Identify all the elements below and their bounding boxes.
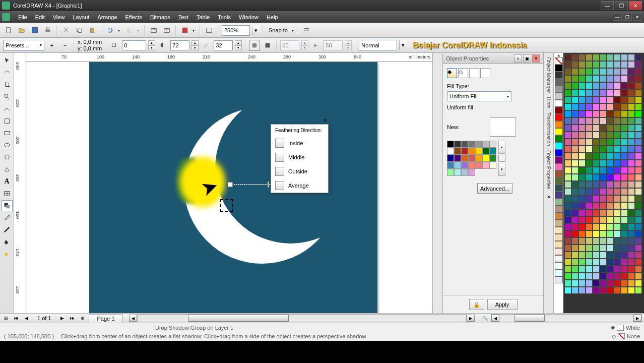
big-palette-swatch[interactable] (571, 223, 578, 230)
feather-input[interactable]: 32 (214, 40, 233, 50)
big-palette-swatch[interactable] (600, 216, 607, 223)
big-palette-swatch[interactable] (571, 89, 578, 96)
big-palette-swatch[interactable] (600, 188, 607, 195)
big-palette-swatch[interactable] (621, 103, 628, 110)
big-palette-swatch[interactable] (614, 195, 621, 202)
big-palette-swatch[interactable] (635, 237, 642, 245)
shape-tool[interactable] (2, 67, 13, 78)
big-palette-swatch[interactable] (564, 125, 571, 132)
big-palette-swatch[interactable] (586, 188, 593, 195)
big-palette-swatch[interactable] (593, 280, 600, 287)
big-palette-swatch[interactable] (628, 230, 635, 237)
color-swatch[interactable] (454, 141, 461, 148)
big-palette-swatch[interactable] (607, 61, 614, 68)
big-palette-swatch[interactable] (600, 125, 607, 132)
big-palette-swatch[interactable] (571, 132, 578, 139)
big-palette-swatch[interactable] (586, 167, 593, 174)
color-swatch[interactable] (461, 162, 468, 169)
palette-swatch[interactable] (555, 142, 563, 149)
palette-swatch[interactable] (555, 121, 563, 128)
big-palette-swatch[interactable] (593, 209, 600, 216)
color-swatch[interactable] (489, 155, 496, 162)
big-palette-swatch[interactable] (564, 61, 571, 68)
first-page-button[interactable]: ⏮ (12, 315, 20, 322)
big-palette-swatch[interactable] (600, 181, 607, 188)
big-palette-swatch[interactable] (635, 61, 642, 68)
menu-table[interactable]: Table (192, 13, 214, 22)
big-palette-swatch[interactable] (571, 139, 578, 146)
mdi-close-button[interactable]: ✕ (633, 14, 642, 21)
big-palette-swatch[interactable] (635, 68, 642, 75)
big-palette-swatch[interactable] (607, 195, 614, 202)
big-palette-swatch[interactable] (614, 202, 621, 209)
freehand-tool[interactable] (2, 103, 13, 114)
presets-dropdown[interactable]: Presets...▾ (3, 40, 44, 51)
fill-swatch[interactable] (617, 325, 624, 331)
big-palette-swatch[interactable] (586, 96, 593, 103)
big-palette-swatch[interactable] (614, 153, 621, 160)
page-tab[interactable]: Page 1 (89, 314, 123, 323)
big-palette-swatch[interactable] (593, 195, 600, 202)
feather-direction-button[interactable] (249, 40, 260, 51)
big-palette-swatch[interactable] (628, 174, 635, 181)
palette-up-button[interactable]: ▴ (498, 141, 505, 154)
big-palette-swatch[interactable] (578, 287, 586, 294)
page-background[interactable]: ➤ ▸ (89, 62, 377, 313)
big-palette-swatch[interactable] (593, 167, 600, 174)
big-palette-swatch[interactable] (628, 209, 635, 216)
big-palette-swatch[interactable] (614, 223, 621, 230)
big-palette-swatch[interactable] (600, 273, 607, 280)
big-palette-swatch[interactable] (621, 89, 628, 96)
docker-collapse-button[interactable]: ▣ (523, 54, 531, 63)
big-palette-swatch[interactable] (571, 195, 578, 202)
big-palette-swatch[interactable] (607, 110, 614, 117)
vscroll-panel[interactable] (432, 53, 442, 313)
big-palette-swatch[interactable] (635, 174, 642, 181)
big-palette-swatch[interactable] (586, 202, 593, 209)
fill-tool[interactable] (2, 236, 13, 248)
tab-4[interactable] (480, 68, 490, 78)
big-palette-swatch[interactable] (614, 287, 621, 294)
big-palette-swatch[interactable] (578, 82, 586, 89)
big-palette-swatch[interactable] (607, 132, 614, 139)
big-palette-swatch[interactable] (607, 259, 614, 266)
big-palette-swatch[interactable] (593, 89, 600, 96)
big-palette-swatch[interactable] (600, 266, 607, 273)
big-palette-swatch[interactable] (621, 167, 628, 174)
big-palette-swatch[interactable] (628, 117, 635, 125)
big-palette-swatch[interactable] (614, 54, 621, 61)
color-swatch[interactable] (482, 155, 489, 162)
big-palette-swatch[interactable] (586, 174, 593, 181)
big-palette-swatch[interactable] (571, 245, 578, 252)
big-palette-swatch[interactable] (586, 82, 593, 89)
new-button[interactable] (3, 25, 14, 36)
big-palette-swatch[interactable] (635, 146, 642, 153)
big-palette-swatch[interactable] (593, 146, 600, 153)
big-palette-swatch[interactable] (621, 195, 628, 202)
color-swatch[interactable] (454, 169, 461, 176)
app-launcher-button[interactable] (179, 25, 190, 36)
big-palette-swatch[interactable] (586, 117, 593, 125)
palette-swatch[interactable] (555, 72, 563, 79)
big-palette-swatch[interactable] (614, 237, 621, 245)
color-swatch[interactable] (461, 155, 468, 162)
big-palette-swatch[interactable] (564, 54, 571, 61)
big-palette-swatch[interactable] (614, 160, 621, 167)
color-swatch[interactable] (475, 148, 482, 155)
feather-inside[interactable]: Inside (271, 136, 328, 150)
add-page-button[interactable]: ⊕ (79, 315, 87, 322)
eyedropper-tool[interactable] (2, 212, 13, 223)
big-palette-swatch[interactable] (614, 245, 621, 252)
big-palette-swatch[interactable] (571, 216, 578, 223)
outline-swatch[interactable] (618, 333, 625, 339)
big-palette-swatch[interactable] (614, 252, 621, 259)
big-palette-swatch[interactable] (635, 216, 642, 223)
big-palette-swatch[interactable] (628, 167, 635, 174)
menu-help[interactable]: Help (263, 13, 282, 22)
color-swatch[interactable] (489, 141, 496, 148)
open-button[interactable] (16, 25, 27, 36)
menu-tools[interactable]: Tools (214, 13, 235, 22)
big-palette-swatch[interactable] (586, 237, 593, 245)
big-palette-swatch[interactable] (564, 153, 571, 160)
menu-edit[interactable]: Edit (31, 13, 49, 22)
